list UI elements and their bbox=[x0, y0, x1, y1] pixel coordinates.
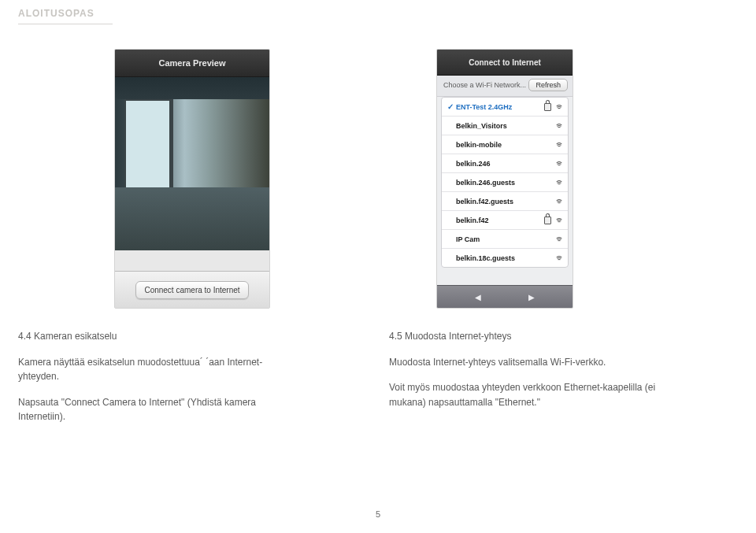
wifi-network-name: belkin-mobile bbox=[456, 141, 502, 149]
wifi-signal-icon bbox=[555, 122, 563, 129]
camera-preview-titlebar: Camera Preview bbox=[115, 50, 269, 77]
wifi-signal-icon bbox=[555, 235, 563, 242]
right-text-column: 4.5 Muodosta Internet-yhteys Muodosta In… bbox=[389, 329, 673, 420]
body-text: Kamera näyttää esikatselun muodostettuua… bbox=[18, 355, 302, 384]
body-text: Voit myös muodostaa yhteyden verkkoon Et… bbox=[389, 380, 673, 409]
wifi-network-row[interactable]: ✓belkin.18c.guests bbox=[442, 249, 568, 267]
page-header: ALOITUSOPAS bbox=[18, 8, 94, 19]
wifi-network-name: Belkin_Visitors bbox=[456, 122, 507, 130]
lock-icon bbox=[544, 103, 551, 111]
wifi-network-row[interactable]: ✓belkin.246 bbox=[442, 154, 568, 173]
wifi-network-name: belkin.f42.guests bbox=[456, 198, 513, 205]
screenshot-connect-internet: Connect to Internet Choose a Wi-Fi Netwo… bbox=[436, 49, 573, 309]
wifi-network-row[interactable]: ✓belkin-mobile bbox=[442, 135, 568, 154]
wifi-network-row[interactable]: ✓Belkin_Visitors bbox=[442, 117, 568, 135]
wifi-network-name: ENT-Test 2.4GHz bbox=[456, 103, 512, 111]
camera-preview-image bbox=[115, 77, 269, 250]
wifi-network-name: belkin.18c.guests bbox=[456, 254, 515, 262]
wifi-signal-icon bbox=[555, 179, 563, 186]
page-number: 5 bbox=[0, 509, 756, 519]
section-heading-4-4: 4.4 Kameran esikatselu bbox=[18, 329, 302, 344]
choose-network-label: Choose a Wi-Fi Network... bbox=[443, 81, 526, 89]
wifi-network-row[interactable]: ✓belkin.f42.guests bbox=[442, 192, 568, 211]
refresh-button[interactable]: Refresh bbox=[528, 79, 568, 91]
wifi-signal-icon bbox=[555, 141, 563, 148]
wifi-signal-icon bbox=[555, 254, 563, 261]
wifi-network-row[interactable]: ✓IP Cam bbox=[442, 230, 568, 249]
wifi-signal-icon bbox=[555, 198, 563, 205]
wifi-network-row[interactable]: ✓belkin.246.guests bbox=[442, 173, 568, 192]
wifi-signal-icon bbox=[555, 217, 563, 224]
wifi-network-name: belkin.246.guests bbox=[456, 179, 515, 187]
wifi-signal-icon bbox=[555, 103, 563, 110]
lock-icon bbox=[544, 217, 551, 224]
connect-camera-button[interactable]: Connect camera to Internet bbox=[135, 281, 248, 299]
wifi-network-list: ✓ENT-Test 2.4GHz✓Belkin_Visitors✓belkin-… bbox=[441, 97, 569, 268]
wifi-signal-icon bbox=[555, 160, 563, 167]
body-text: Napsauta "Connect Camera to Internet" (Y… bbox=[18, 395, 302, 424]
choose-network-row: Choose a Wi-Fi Network... Refresh bbox=[437, 76, 573, 97]
bottom-nav: ◀ ▶ bbox=[437, 285, 573, 308]
wifi-network-name: belkin.f42 bbox=[456, 217, 489, 224]
header-rule bbox=[18, 24, 113, 24]
screenshot-camera-preview: Camera Preview Connect camera to Interne… bbox=[114, 49, 270, 309]
nav-next-icon[interactable]: ▶ bbox=[528, 293, 535, 302]
checkmark-icon: ✓ bbox=[447, 102, 454, 111]
connect-internet-titlebar: Connect to Internet bbox=[437, 50, 573, 76]
body-text: Muodosta Internet-yhteys valitsemalla Wi… bbox=[389, 355, 673, 370]
wifi-network-row[interactable]: ✓belkin.f42 bbox=[442, 211, 568, 230]
left-text-column: 4.4 Kameran esikatselu Kamera näyttää es… bbox=[18, 329, 302, 435]
wifi-network-name: belkin.246 bbox=[456, 160, 491, 168]
wifi-network-name: IP Cam bbox=[456, 235, 480, 243]
nav-prev-icon[interactable]: ◀ bbox=[475, 293, 481, 302]
section-heading-4-5: 4.5 Muodosta Internet-yhteys bbox=[389, 329, 673, 344]
wifi-network-row[interactable]: ✓ENT-Test 2.4GHz bbox=[442, 98, 568, 117]
camera-preview-toolbar: Connect camera to Internet bbox=[115, 271, 269, 308]
